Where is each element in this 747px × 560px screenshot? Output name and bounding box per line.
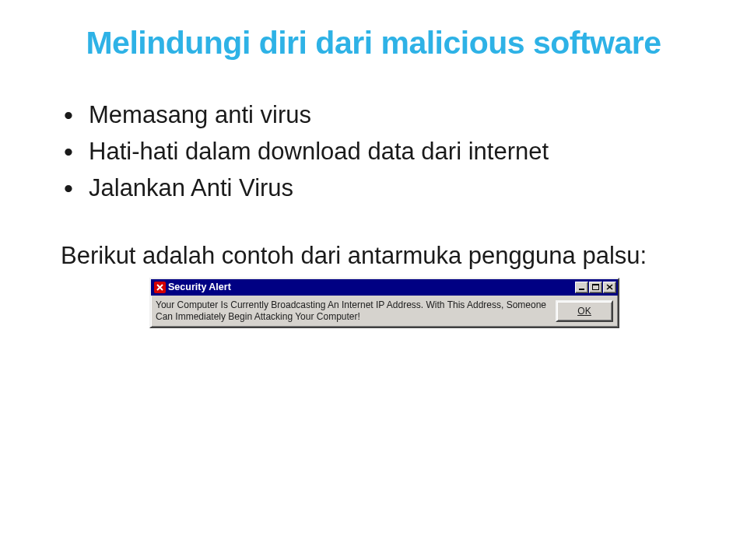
dialog-title: Security Alert [168, 282, 575, 292]
fake-security-dialog: Security Alert Your Computer Is Cu [149, 278, 619, 328]
dialog-message: Your Computer Is Currently Broadcasting … [156, 299, 556, 323]
slide-title: Melindungi diri dari malicious software [39, 25, 708, 61]
maximize-button[interactable] [589, 282, 602, 293]
error-icon [153, 281, 166, 293]
close-button[interactable] [603, 282, 616, 293]
bullet-item: Memasang anti virus [61, 99, 708, 132]
ok-button-accel: O [577, 306, 584, 317]
bullet-item: Jalankan Anti Virus [61, 172, 708, 205]
ok-button-rest: K [585, 306, 591, 317]
bullet-item: Hati-hati dalam download data dari inter… [61, 135, 708, 169]
dialog-titlebar: Security Alert [151, 279, 618, 296]
minimize-button[interactable] [575, 282, 588, 293]
ok-button[interactable]: OK [556, 300, 613, 322]
followup-text: Berikut adalah contoh dari antarmuka pen… [61, 239, 708, 272]
